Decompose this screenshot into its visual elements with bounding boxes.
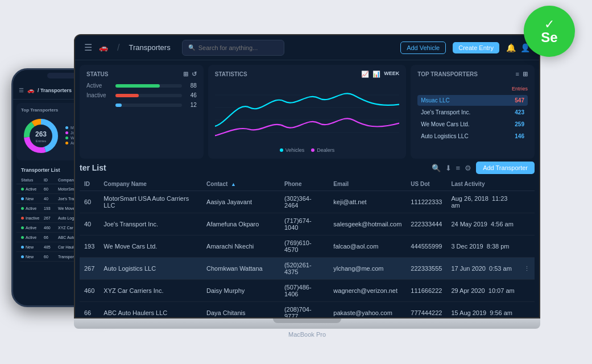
status-widget-title: Status ⊞ ↺	[86, 71, 197, 78]
hamburger-icon[interactable]: ☰	[84, 42, 92, 53]
phone-logo-icon: 🚗	[27, 87, 34, 93]
week-selector[interactable]: Week	[384, 71, 399, 78]
search-icon: 🔍	[188, 44, 195, 51]
status-other-row: 12	[86, 102, 197, 108]
line-chart-svg	[215, 82, 399, 145]
selenium-badge: ✓ Se	[524, 6, 575, 57]
status-inactive-row: Inactive 46	[86, 92, 197, 98]
legend-dot-3	[65, 136, 68, 139]
col-contact[interactable]: Contact ▲	[202, 177, 280, 191]
nav-search[interactable]: 🔍	[182, 40, 284, 56]
dashboard-widgets: Status ⊞ ↺ Active 88 Inactive	[75, 60, 539, 157]
statistics-widget-title: Statistics 📈 📊 Week	[215, 71, 399, 78]
laptop-mockup: ☰ 🚗 / Transporters 🔍 Add Vehicle Create …	[74, 34, 540, 341]
table-row: 267 Auto Logistics LLC Chomkwan Wattana …	[80, 258, 535, 280]
nav-title: Transporters	[129, 43, 170, 52]
top-transporters-icons: ≡ ⊞	[516, 71, 528, 78]
selenium-check-icon: ✓	[544, 18, 554, 31]
bell-icon[interactable]: 🔔	[506, 43, 516, 52]
laptop-screen: ☰ 🚗 / Transporters 🔍 Add Vehicle Create …	[74, 34, 540, 318]
table-row: 40 Joe's Transport Inc. Afamefuna Okparo…	[80, 213, 535, 235]
col-email: Email	[329, 177, 406, 191]
table-row: 60 MotorSmart USA Auto Carriers LLC Aasi…	[80, 191, 535, 213]
phone-col-id: ID	[44, 178, 58, 182]
other-bar-bg	[115, 104, 182, 107]
svg-text:263: 263	[35, 130, 47, 138]
table-header-row: ID Company Name Contact ▲ Phone Email US…	[80, 177, 535, 191]
add-transporter-button[interactable]: Add Transporter	[476, 162, 535, 174]
status-widget-icons: ⊞ ↺	[183, 71, 197, 78]
entries-header: Entries	[417, 82, 528, 93]
col-usdot: US Dot	[406, 177, 446, 191]
table-search-icon[interactable]: 🔍	[432, 164, 441, 172]
table-section: ter List 🔍 ⬇ ≡ ⚙ Add Transporter ID Comp…	[75, 157, 539, 318]
table-download-icon[interactable]: ⬇	[445, 164, 452, 172]
other-bar-fill	[115, 104, 122, 107]
statistics-chart	[215, 82, 399, 145]
search-input[interactable]	[198, 44, 278, 51]
table-row: 460 XYZ Car Carriers Inc. Daisy Murphy (…	[80, 280, 535, 302]
status-widget: Status ⊞ ↺ Active 88 Inactive	[80, 65, 204, 159]
phone-menu-icon: ☰	[19, 87, 24, 93]
table-title: ter List	[80, 163, 106, 172]
legend-dot-4	[65, 142, 68, 144]
col-activity: Last Activity	[446, 177, 519, 191]
top-transporters-title: Top Transporters ≡ ⊞	[417, 71, 528, 78]
legend-dot-2	[65, 131, 68, 134]
statistics-widget-icons: 📈 📊 Week	[361, 71, 399, 78]
phone-list-title: Transporter List	[21, 167, 60, 173]
transporter-row-1: Msuac LLC 547	[417, 95, 528, 106]
laptop-notch	[273, 318, 341, 323]
col-action	[519, 177, 535, 191]
col-id: ID	[80, 177, 99, 191]
macbook-label: MacBook Pro	[74, 329, 540, 340]
col-company: Company Name	[99, 177, 202, 191]
donut-chart: 263 Entries	[21, 116, 61, 156]
top-transporters-widget: Top Transporters ≡ ⊞ Entries Msuac LLC 5…	[411, 65, 535, 159]
legend-vehicles: Vehicles	[280, 147, 305, 153]
table-row: 193 We Move Cars Ltd. Amarachi Nkechi (7…	[80, 235, 535, 258]
filter-icon[interactable]: ⊞	[183, 71, 188, 78]
legend-dot-1	[65, 126, 68, 129]
phone-col-status: Status	[21, 178, 44, 182]
inactive-bar-bg	[115, 94, 182, 97]
nav-icons: 🔔 👤	[506, 43, 530, 52]
transporter-row-2: Joe's Transport Inc. 423	[417, 107, 528, 118]
table-row: 66 ABC Auto Haulers LLC Daya Chitanis (2…	[80, 302, 535, 319]
nav-separator: /	[117, 43, 119, 53]
phone-nav-title: / Transporters	[38, 88, 72, 93]
legend-dealers: Dealers	[311, 147, 334, 153]
table-head: ID Company Name Contact ▲ Phone Email US…	[80, 177, 535, 191]
transporter-row-3: We Move Cars Ltd. 259	[417, 119, 528, 130]
statistics-widget: Statistics 📈 📊 Week	[208, 65, 406, 159]
refresh-icon[interactable]: ↺	[192, 71, 197, 78]
transporter-row-4: Auto Logistics LLC 146	[417, 131, 528, 142]
table-body: 60 MotorSmart USA Auto Carriers LLC Aasi…	[80, 191, 535, 319]
bar-chart-icon[interactable]: 📊	[372, 71, 380, 78]
app-nav: ☰ 🚗 / Transporters 🔍 Add Vehicle Create …	[75, 35, 539, 60]
list-icon[interactable]: ≡	[516, 71, 519, 78]
selenium-text: Se	[541, 31, 557, 44]
transporter-table: ID Company Name Contact ▲ Phone Email US…	[80, 177, 535, 318]
status-active-row: Active 88	[86, 82, 197, 89]
chart-legend: Vehicles Dealers	[215, 147, 399, 153]
expand-icon[interactable]: ⊞	[523, 71, 528, 78]
active-bar-bg	[115, 84, 182, 88]
active-bar-fill	[115, 84, 160, 88]
table-settings-icon[interactable]: ⚙	[465, 164, 471, 172]
col-phone: Phone	[280, 177, 329, 191]
laptop-base	[74, 318, 540, 329]
add-vehicle-button[interactable]: Add Vehicle	[400, 42, 446, 54]
table-actions: 🔍 ⬇ ≡ ⚙ Add Transporter	[432, 162, 535, 174]
table-filter-icon[interactable]: ≡	[456, 164, 461, 172]
svg-text:Entries: Entries	[36, 139, 47, 143]
vehicles-dot	[280, 148, 283, 152]
dealers-dot	[311, 148, 314, 152]
create-entry-button[interactable]: Create Entry	[453, 42, 499, 53]
inactive-bar-fill	[115, 94, 139, 97]
line-chart-icon[interactable]: 📈	[361, 71, 369, 78]
nav-logo: 🚗	[99, 43, 108, 52]
table-header-bar: ter List 🔍 ⬇ ≡ ⚙ Add Transporter	[80, 157, 535, 177]
